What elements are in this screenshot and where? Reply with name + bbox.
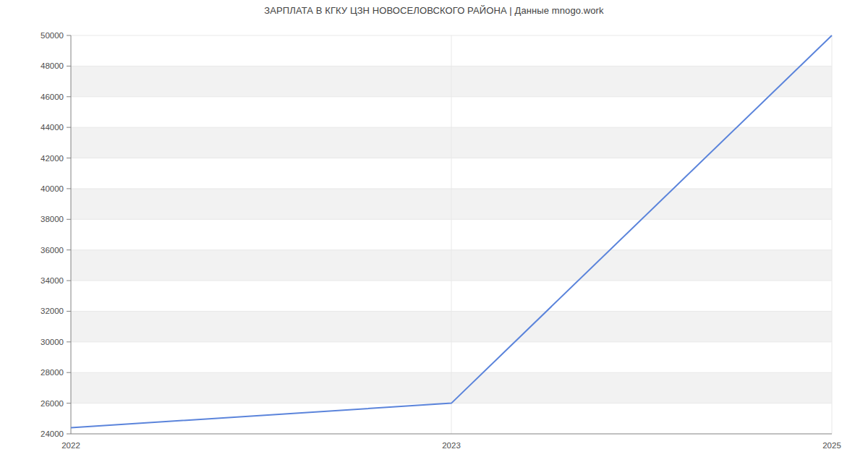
y-tick-label: 48000 <box>41 61 64 70</box>
y-tick-label: 24000 <box>41 430 64 438</box>
y-tick-label: 28000 <box>41 368 64 377</box>
x-tick-label: 2023 <box>442 441 461 450</box>
y-tick-label: 40000 <box>41 184 64 193</box>
y-tick-label: 42000 <box>41 154 64 163</box>
y-tick-label: 44000 <box>41 123 64 132</box>
salary-line-chart: ЗАРПЛАТА В КГКУ ЦЗН НОВОСЕЛОВСКОГО РАЙОН… <box>0 0 868 470</box>
y-tick-label: 36000 <box>41 246 64 255</box>
plot-area: 2400026000280003000032000340003600038000… <box>0 0 868 470</box>
y-tick-label: 50000 <box>41 31 64 40</box>
y-tick-label: 34000 <box>41 276 64 285</box>
y-tick-label: 32000 <box>41 307 64 315</box>
y-tick-label: 46000 <box>41 93 64 101</box>
y-tick-label: 26000 <box>41 399 64 408</box>
y-tick-label: 30000 <box>41 338 64 346</box>
x-tick-label: 2025 <box>822 441 841 450</box>
y-tick-label: 38000 <box>41 215 64 223</box>
x-tick-label: 2022 <box>61 441 80 450</box>
